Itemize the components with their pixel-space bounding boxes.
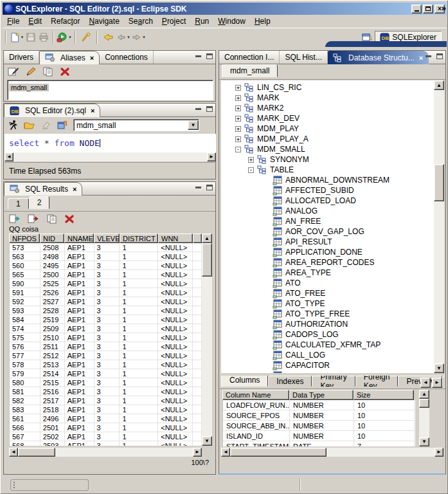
- close-tab-icon[interactable]: ×: [419, 54, 423, 62]
- table-row[interactable]: 5802515AEP131<NULL>: [10, 378, 202, 387]
- maximize-view-icon[interactable]: [436, 53, 443, 59]
- scroll-left-button[interactable]: ◄: [4, 152, 13, 161]
- table-row[interactable]: 5832518AEP131<NULL>: [10, 405, 202, 414]
- new-wizard-button[interactable]: ▼: [9, 30, 24, 45]
- scroll-up-button[interactable]: ▲: [434, 80, 444, 90]
- menu-file[interactable]: File: [3, 16, 24, 26]
- detail-tab-columns[interactable]: Columns: [221, 376, 268, 387]
- tree-item-calculated_xfmr_tap[interactable]: CALCULATED_XFMR_TAP: [221, 340, 434, 350]
- print-button[interactable]: [37, 30, 50, 45]
- combo-dropdown-button[interactable]: ▼: [188, 120, 199, 130]
- expander-plus[interactable]: +: [235, 105, 241, 111]
- execute-sql-button[interactable]: [8, 120, 18, 131]
- column-header-wnn[interactable]: WNN: [158, 233, 193, 243]
- tree-item-api_result[interactable]: API_RESULT: [221, 237, 434, 247]
- scroll-left-button[interactable]: ◄: [221, 448, 230, 457]
- tree-item-affected_subid[interactable]: AFFECTED_SUBID: [221, 185, 434, 196]
- vscroll-thumb[interactable]: [434, 164, 444, 201]
- detail-table-row[interactable]: LOADFLOW_RUN...NUMBER10: [223, 400, 415, 410]
- tree-item-application_done[interactable]: APPLICATION_DONE: [221, 247, 434, 257]
- expander-plus[interactable]: +: [235, 126, 241, 132]
- forward-button[interactable]: ▼: [131, 30, 147, 45]
- close-tab-icon[interactable]: ×: [90, 54, 94, 62]
- tree-item-abnormal_downstream[interactable]: ABNORMAL_DOWNSTREAM: [221, 175, 434, 185]
- menu-project[interactable]: Project: [157, 16, 190, 26]
- menu-search[interactable]: Search: [124, 16, 157, 26]
- table-row[interactable]: 5652500AEP131<NULL>: [10, 270, 202, 279]
- minimize-view-icon[interactable]: [195, 108, 201, 110]
- expander-plus[interactable]: +: [235, 95, 241, 101]
- column-header-nid[interactable]: NID: [40, 233, 64, 243]
- column-header-nname[interactable]: NNAME: [64, 233, 94, 243]
- copy-alias-button[interactable]: [42, 66, 54, 77]
- connection-combo[interactable]: mdm_small ▼: [73, 119, 199, 131]
- tree-item-mark_dev[interactable]: +MARK_DEV: [221, 113, 434, 124]
- table-row[interactable]: 5732508AEP131<NULL>: [10, 243, 202, 252]
- tree-item-ato_type_free[interactable]: ATO_TYPE_FREE: [221, 309, 434, 319]
- minimize-view-icon[interactable]: [195, 187, 201, 188]
- export-clipboard-button[interactable]: [9, 214, 21, 224]
- result-tab-1[interactable]: 1: [8, 198, 29, 209]
- toolbar-overflow-chevron[interactable]: »: [442, 3, 446, 13]
- tree-item-allocated_load[interactable]: ALLOCATED_LOAD: [221, 196, 434, 206]
- column-header-partial[interactable]: [193, 233, 202, 243]
- results-vscrollbar[interactable]: ▲ ▼: [202, 233, 212, 446]
- alias-item-mdm-small[interactable]: mdm_small: [9, 84, 49, 91]
- tree-vscrollbar[interactable]: ▲ ▼: [434, 80, 444, 373]
- detail-column-header-size[interactable]: Size: [354, 390, 414, 400]
- session-tab-mdm-small[interactable]: mdm_small: [222, 64, 278, 77]
- table-row[interactable]: 5922527AEP131<NULL>: [10, 297, 202, 306]
- detail-table-row[interactable]: START_TIMESTAMPDATE7: [223, 441, 415, 446]
- hscroll-thumb[interactable]: [18, 448, 55, 457]
- fast-view-bar[interactable]: [10, 479, 89, 491]
- expander-minus[interactable]: -: [235, 147, 241, 152]
- expander-plus[interactable]: +: [248, 157, 254, 163]
- tab-connections[interactable]: Connections: [100, 51, 154, 64]
- scroll-down-button[interactable]: ▼: [434, 363, 444, 373]
- detail-hscrollbar[interactable]: ◄ ►: [221, 448, 444, 457]
- close-result-button[interactable]: [64, 214, 75, 224]
- tree-item-area_report_codes[interactable]: AREA_REPORT_CODES: [221, 257, 434, 268]
- tree-item-aor_cov_gap_log[interactable]: AOR_COV_GAP_LOG: [221, 226, 434, 237]
- close-tab-icon[interactable]: ×: [73, 185, 76, 193]
- tab-connection-info[interactable]: Connection I...: [219, 51, 280, 64]
- tab-sql-history[interactable]: SQL Hist...: [280, 51, 328, 64]
- tree-item-partial[interactable]: [221, 370, 434, 373]
- close-tab-icon[interactable]: ×: [91, 107, 94, 114]
- scroll-up-button[interactable]: ▲: [202, 233, 212, 243]
- tree-item-mark2[interactable]: +MARK2: [221, 103, 434, 113]
- column-header-vlevel[interactable]: VLEVEL: [94, 233, 120, 243]
- link-with-editor-button[interactable]: [78, 30, 94, 45]
- scroll-down-button[interactable]: ▼: [202, 436, 212, 446]
- maximize-view-icon[interactable]: [206, 53, 213, 59]
- vscroll-thumb[interactable]: [419, 399, 429, 408]
- editor-hscrollbar[interactable]: ◄ ►: [4, 152, 216, 161]
- column-header-nfpos[interactable]: NFPOS: [9, 233, 40, 243]
- export-file-button[interactable]: [28, 214, 40, 224]
- table-row[interactable]: 5772512AEP131<NULL>: [10, 351, 202, 360]
- detail-vscrollbar[interactable]: ▲ ▼: [419, 390, 429, 446]
- table-row[interactable]: 5842519AEP131<NULL>: [10, 315, 202, 324]
- detail-tab-indexes[interactable]: Indexes: [268, 376, 312, 387]
- save-button[interactable]: [24, 30, 37, 45]
- tree-item-analog[interactable]: ANALOG: [221, 206, 434, 216]
- tree-item-an_free[interactable]: AN_FREE: [221, 216, 434, 226]
- table-row[interactable]: 5812516AEP131<NULL>: [10, 387, 202, 396]
- maximize-window-button[interactable]: [423, 5, 433, 14]
- table-row[interactable]: 5632498AEP131<NULL>: [10, 252, 202, 261]
- back-to-last-edit-button[interactable]: [100, 30, 116, 45]
- menu-refactor[interactable]: Refactor: [46, 16, 84, 26]
- detail-table-row[interactable]: SOURCE_ABB_IN...NUMBER10: [223, 421, 415, 431]
- menu-edit[interactable]: Edit: [24, 16, 46, 26]
- copy-results-button[interactable]: [46, 214, 58, 224]
- menu-run[interactable]: Run: [190, 16, 213, 26]
- maximize-view-icon[interactable]: [206, 106, 213, 112]
- table-row[interactable]: 5932528AEP131<NULL>: [10, 306, 202, 315]
- tree-item-synonym[interactable]: +SYNONYM: [221, 154, 434, 165]
- commit-button[interactable]: [57, 120, 68, 131]
- table-row[interactable]: 5672502AEP131<NULL>: [10, 432, 202, 441]
- scroll-down-button[interactable]: ▼: [419, 437, 429, 446]
- scroll-left-button[interactable]: ◄: [9, 448, 18, 457]
- column-header-district[interactable]: DISTRICT: [120, 233, 158, 243]
- tree-item-area_type[interactable]: AREA_TYPE: [221, 268, 434, 278]
